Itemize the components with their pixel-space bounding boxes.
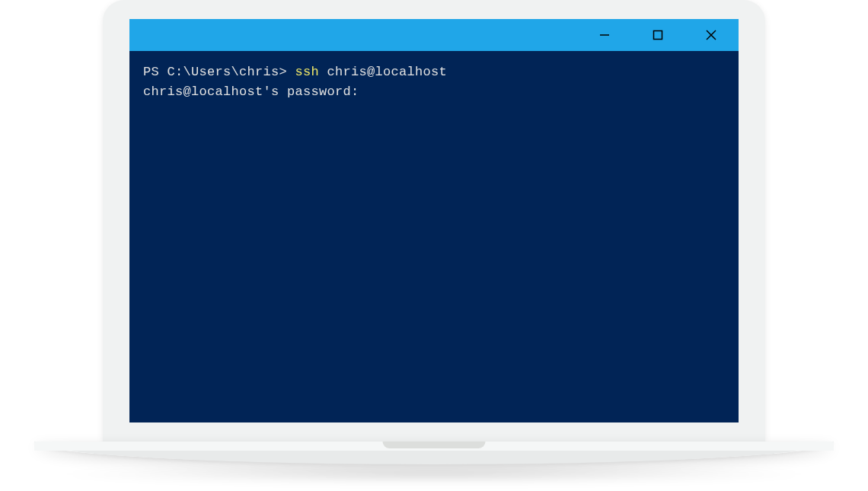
password-prompt: chris@localhost's password:: [143, 84, 359, 99]
laptop-screen: PS C:\Users\chris> ssh chris@localhost c…: [129, 19, 739, 422]
prompt-text: PS C:\Users\chris>: [143, 65, 295, 79]
terminal-line-1: PS C:\Users\chris> ssh chris@localhost: [143, 62, 725, 82]
laptop-frame: PS C:\Users\chris> ssh chris@localhost c…: [103, 0, 765, 442]
maximize-icon: [653, 30, 663, 40]
laptop-shadow: [61, 464, 807, 485]
svg-rect-1: [654, 31, 662, 40]
maximize-button[interactable]: [642, 19, 674, 51]
close-button[interactable]: [695, 19, 727, 51]
laptop-notch: [383, 442, 486, 448]
terminal-line-2: chris@localhost's password:: [143, 82, 725, 102]
terminal-window: PS C:\Users\chris> ssh chris@localhost c…: [129, 19, 739, 422]
terminal-body[interactable]: PS C:\Users\chris> ssh chris@localhost c…: [129, 51, 739, 422]
close-icon: [705, 29, 717, 41]
laptop-base: [34, 442, 834, 464]
minimize-button[interactable]: [589, 19, 621, 51]
command-name: ssh: [295, 65, 320, 79]
window-titlebar[interactable]: [129, 19, 739, 51]
command-args: chris@localhost: [319, 65, 447, 79]
minimize-icon: [599, 30, 610, 40]
